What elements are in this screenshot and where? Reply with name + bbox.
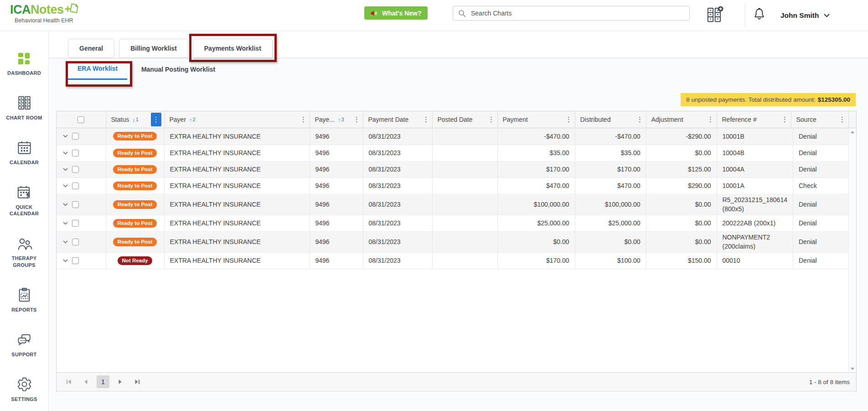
cell-select — [57, 128, 106, 145]
expand-row-icon[interactable] — [63, 203, 68, 206]
table-row[interactable]: Ready to PostEXTRA HEALTHY INSURANCE9496… — [57, 194, 850, 215]
cell-payment-date: 08/31/2023 — [363, 128, 432, 145]
whats-new-label: What's New? — [382, 10, 422, 17]
grid-header-table: Status↓1⋮Payer↑2⋮Paye...↑3⋮Payment Date⋮… — [57, 111, 856, 128]
grid-scrollbar[interactable] — [848, 128, 856, 372]
cell-payer: EXTRA HEALTHY INSURANCE — [164, 194, 310, 215]
column-source[interactable]: Source⋮ — [791, 111, 848, 128]
tab-payments-worklist[interactable]: Payments Worklist — [193, 39, 273, 58]
tab-billing-worklist[interactable]: Billing Worklist — [119, 39, 188, 58]
scroll-up-icon[interactable] — [851, 128, 854, 135]
column-payer-id[interactable]: Paye...↑3⋮ — [310, 111, 363, 128]
column-menu-icon[interactable]: ⋮ — [299, 113, 309, 126]
table-row[interactable]: Ready to PostEXTRA HEALTHY INSURANCE9496… — [57, 145, 850, 161]
banner-amount: $125305.00 — [818, 96, 850, 103]
tab-general[interactable]: General — [68, 39, 114, 58]
pager-first-button[interactable] — [63, 376, 75, 388]
table-row[interactable]: Ready to PostEXTRA HEALTHY INSURANCE9496… — [57, 215, 850, 231]
sidebar-item-support[interactable]: SUPPORT — [11, 332, 36, 358]
sidebar-item-reports[interactable]: REPORTS — [11, 287, 36, 313]
era-worklist-grid: Status↓1⋮Payer↑2⋮Paye...↑3⋮Payment Date⋮… — [56, 111, 857, 391]
therapy-groups-icon — [16, 235, 32, 252]
column-menu-icon[interactable]: ⋮ — [706, 113, 716, 126]
cell-distributed: $35.00 — [575, 145, 646, 161]
pager-next-button[interactable] — [114, 376, 126, 388]
expand-row-icon[interactable] — [63, 240, 68, 244]
cell-status: Ready to Post — [106, 194, 164, 215]
tab-label: Billing Worklist — [130, 45, 177, 52]
cell-source: Denial — [793, 194, 850, 215]
pager-last-button[interactable] — [131, 376, 143, 388]
whats-new-button[interactable]: What's New? — [364, 6, 428, 20]
payments-panel: 8 unposted payments. Total distributed a… — [49, 58, 868, 411]
pager-page-button[interactable]: 1 — [97, 375, 109, 388]
app-screen: ICANotes+ Behavioral Health EHR What's N… — [0, 0, 868, 411]
column-distributed[interactable]: Distributed⋮ — [575, 111, 646, 128]
sidebar-item-therapy-groups[interactable]: THERAPY GROUPS — [4, 235, 44, 269]
sidebar-item-chart-room[interactable]: CHART ROOM — [6, 95, 42, 121]
cell-status: Not Ready — [106, 252, 164, 269]
cell-status: Ready to Post — [106, 145, 164, 161]
column-posted-date[interactable]: Posted Date⋮ — [432, 111, 497, 128]
status-badge: Ready to Post — [113, 165, 157, 174]
search-charts-box[interactable] — [453, 6, 690, 21]
tabstrip: GeneralBilling WorklistPayments Worklist — [68, 39, 273, 58]
column-menu-icon[interactable]: ⋮ — [780, 113, 790, 126]
banner-text: 8 unposted payments. Total distributed a… — [686, 96, 815, 103]
row-checkbox[interactable] — [72, 201, 79, 208]
row-checkbox[interactable] — [72, 133, 79, 140]
column-menu-icon[interactable]: ⋮ — [486, 113, 496, 126]
row-checkbox[interactable] — [72, 166, 79, 173]
row-checkbox[interactable] — [72, 239, 79, 245]
expand-row-icon[interactable] — [63, 168, 68, 171]
column-reference[interactable]: Reference #⋮ — [717, 111, 791, 128]
sidebar-item-calendar[interactable]: CALENDAR — [10, 140, 39, 166]
sidebar-item-quick-calendar[interactable]: QUICK CALENDAR — [4, 184, 44, 218]
cell-payment: $100,000.00 — [497, 194, 575, 215]
column-menu-icon[interactable]: ⋮ — [352, 113, 362, 126]
chart-room-shortcut-icon[interactable] — [706, 6, 723, 25]
search-input[interactable] — [470, 9, 684, 17]
sidebar-item-label: REPORTS — [11, 307, 36, 313]
expand-row-icon[interactable] — [63, 184, 68, 187]
pager: 1 1 - 8 of 8 items — [57, 372, 856, 391]
table-row[interactable]: Ready to PostEXTRA HEALTHY INSURANCE9496… — [57, 128, 850, 145]
cell-payment-date: 08/31/2023 — [363, 161, 432, 177]
expand-row-icon[interactable] — [63, 222, 68, 225]
row-checkbox[interactable] — [72, 257, 79, 264]
notifications-bell-icon[interactable] — [753, 7, 765, 23]
scroll-track[interactable] — [849, 135, 856, 365]
user-menu[interactable]: John Smith — [780, 0, 830, 31]
column-payment[interactable]: Payment⋮ — [497, 111, 575, 128]
column-payer[interactable]: Payer↑2⋮ — [164, 111, 310, 128]
expand-row-icon[interactable] — [63, 259, 68, 262]
column-menu-icon[interactable]: ⋮ — [564, 113, 574, 126]
topbar: ICANotes+ Behavioral Health EHR What's N… — [0, 0, 868, 31]
cell-distributed: $470.00 — [575, 177, 646, 194]
table-row[interactable]: Ready to PostEXTRA HEALTHY INSURANCE9496… — [57, 177, 850, 194]
pager-previous-button[interactable] — [80, 376, 92, 388]
column-menu-icon[interactable]: ⋮ — [421, 113, 431, 126]
column-menu-icon[interactable]: ⋮ — [635, 113, 645, 126]
scroll-down-icon[interactable] — [851, 365, 854, 372]
table-row[interactable]: Ready to PostEXTRA HEALTHY INSURANCE9496… — [57, 231, 850, 252]
expand-row-icon[interactable] — [63, 135, 68, 138]
subtab-manual-posting-worklist[interactable]: Manual Posting Worklist — [132, 58, 225, 80]
row-checkbox[interactable] — [72, 182, 79, 189]
sidebar-item-settings[interactable]: SETTINGS — [11, 376, 37, 403]
cell-posted-date — [432, 145, 497, 161]
column-menu-icon[interactable]: ⋮ — [837, 113, 847, 126]
table-row[interactable]: Not ReadyEXTRA HEALTHY INSURANCE949608/3… — [57, 252, 850, 269]
expand-row-icon[interactable] — [63, 151, 68, 155]
subtab-era-worklist[interactable]: ERA Worklist — [68, 58, 127, 80]
select-all-checkbox[interactable] — [78, 116, 84, 123]
column-menu-icon[interactable]: ⋮ — [151, 113, 161, 126]
sidebar-item-dashboard[interactable]: DASHBOARD — [7, 50, 41, 77]
column-payment-date[interactable]: Payment Date⋮ — [363, 111, 432, 128]
chart-room-icon — [16, 95, 32, 111]
column-adjustment[interactable]: Adjustment⋮ — [646, 111, 717, 128]
table-row[interactable]: Ready to PostEXTRA HEALTHY INSURANCE9496… — [57, 161, 850, 177]
column-status[interactable]: Status↓1⋮ — [106, 111, 164, 128]
row-checkbox[interactable] — [72, 150, 79, 156]
row-checkbox[interactable] — [72, 220, 79, 227]
